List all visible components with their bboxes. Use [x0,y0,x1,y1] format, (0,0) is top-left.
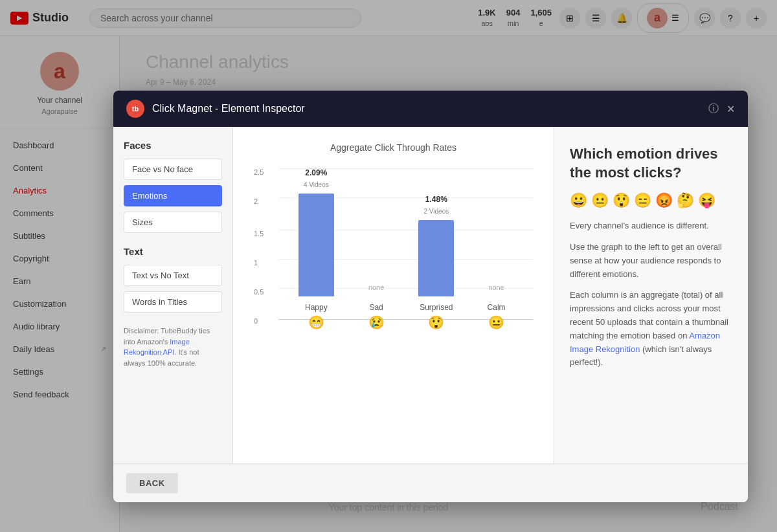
modal-title: Click Magnet - Element Inspector [152,103,701,115]
info-panel: Which emotion drives the most clicks? 😀 … [554,127,748,463]
left-panel: Faces Face vs No face Emotions Sizes Tex… [113,127,233,463]
happy-value: 2.09% [305,168,327,177]
face-vs-no-face-button[interactable]: Face vs No face [124,159,222,180]
chart-title: Aggregate Click Through Rates [254,142,533,153]
y-axis: 2.5 2 1.5 1 0.5 0 [254,168,280,330]
chart-panel: Aggregate Click Through Rates 2.5 2 1.5 … [233,127,554,463]
text-section: Text Text vs No Text Words in Titles [124,246,222,313]
info-para1: Every channel's audience is different. [570,219,732,233]
text-section-label: Text [124,246,222,257]
text-vs-no-text-button[interactable]: Text vs No Text [124,265,222,286]
emotions-button[interactable]: Emotions [124,185,222,206]
modal-footer: BACK [113,463,748,502]
click-magnet-modal: tb Click Magnet - Element Inspector ⓘ ✕ … [113,91,748,502]
modal-header: tb Click Magnet - Element Inspector ⓘ ✕ [113,91,748,127]
info-emojis: 😀 😐 😲 😑 😡 🤔 😝 [570,192,732,209]
modal-body: Faces Face vs No face Emotions Sizes Tex… [113,127,748,463]
info-para3: Each column is an aggregate (total) of a… [570,289,732,370]
surprised-bar [418,220,454,296]
bar-sad: none Sad 😢 [359,168,394,330]
bar-happy: 2.09% 4 Videos Happy 😁 [298,168,334,330]
surprised-value: 1.48% [425,195,447,204]
info-title: Which emotion drives the most clicks? [570,145,732,182]
info-para2: Use the graph to the left to get an over… [570,241,732,281]
back-button[interactable]: BACK [126,473,178,493]
happy-bar [298,194,334,296]
chart-container: 2.5 2 1.5 1 0.5 0 [254,168,533,349]
happy-sublabel: 4 Videos [304,181,329,188]
disclaimer: Disclaimer: TubeBuddy ties into Amazon's… [124,326,222,368]
help-circle-icon[interactable]: ⓘ [708,102,719,116]
faces-section-label: Faces [124,140,222,151]
bar-surprised: 1.48% 2 Videos Surprised 😲 [418,168,454,330]
surprised-sublabel: 2 Videos [424,208,449,215]
sad-none: none [368,283,384,291]
modal-header-icons: ⓘ ✕ [708,102,735,116]
words-in-titles-button[interactable]: Words in Titles [124,291,222,313]
tubebuddy-logo: tb [126,100,144,118]
calm-none: none [488,283,504,291]
bar-calm: none Calm 😐 [479,168,514,330]
sizes-button[interactable]: Sizes [124,212,222,233]
bars-area: 2.09% 4 Videos Happy 😁 none Sad 😢 [286,168,526,349]
close-icon[interactable]: ✕ [726,103,735,115]
